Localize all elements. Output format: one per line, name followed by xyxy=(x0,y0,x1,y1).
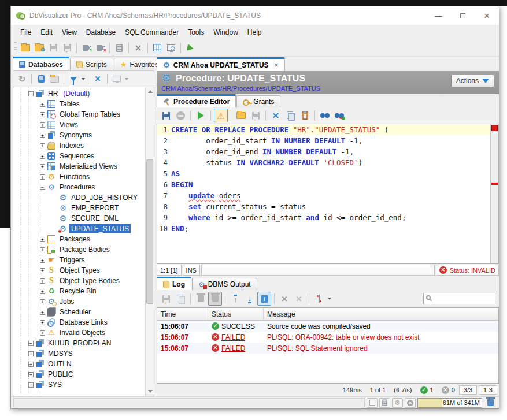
tree-item-mdsys[interactable]: +MDSYS xyxy=(13,348,145,359)
tab-log[interactable]: Log xyxy=(157,277,191,290)
cut-button[interactable] xyxy=(269,109,283,122)
tree-item-views[interactable]: +Views xyxy=(13,120,145,130)
tree-item-hr[interactable]: −HR(Default) xyxy=(13,88,145,99)
toolbar-grip[interactable] xyxy=(14,42,17,54)
filter-dropdown-arrow[interactable] xyxy=(82,78,85,80)
log-clear-on-execute-toggle[interactable] xyxy=(208,292,222,306)
log-export-button[interactable] xyxy=(159,292,173,306)
database-tree[interactable]: −HR(Default)+Tables+Global Temp Tables+V… xyxy=(13,87,154,396)
log-search-input[interactable] xyxy=(423,293,495,304)
expand-box-icon[interactable]: + xyxy=(40,299,45,304)
menu-edit[interactable]: Edit xyxy=(36,27,57,38)
menu-tools[interactable]: Tools xyxy=(183,27,209,38)
log-copy-button[interactable] xyxy=(173,292,187,306)
expand-box-icon[interactable]: + xyxy=(40,310,45,315)
tree-item-indexes[interactable]: +Indexes xyxy=(13,140,145,151)
task-gear-button[interactable]: ⚙ xyxy=(392,398,403,408)
tree-item-sys[interactable]: +SYS xyxy=(13,380,145,390)
tree-item-recycle-bin[interactable]: +♻Recycle Bin xyxy=(13,286,145,296)
create-connection-button[interactable]: + xyxy=(35,73,47,86)
paste-button[interactable] xyxy=(298,109,312,122)
tree-item-object-type-bodies[interactable]: +SObject Type Bodies xyxy=(13,276,145,286)
tab-dbms-output[interactable]: ⚙ DBMS Output xyxy=(192,278,257,290)
expand-box-icon[interactable]: + xyxy=(40,247,45,252)
tree-item-tables[interactable]: +Tables xyxy=(13,99,145,109)
open-file-button[interactable] xyxy=(18,41,32,55)
menu-sql-commander[interactable]: SQL Commander xyxy=(120,27,183,38)
menu-view[interactable]: View xyxy=(57,27,82,38)
maximize-button[interactable] xyxy=(450,6,475,25)
memory-gauge[interactable]: 61M of 341M xyxy=(417,398,482,408)
scroll-to-bottom-button[interactable]: ↓ xyxy=(243,292,257,306)
error-stripe[interactable] xyxy=(490,124,498,263)
disconnect-button[interactable]: × xyxy=(93,41,107,55)
expand-box-icon[interactable]: + xyxy=(40,122,45,128)
expand-box-icon[interactable]: + xyxy=(40,112,45,117)
monitor-button[interactable] xyxy=(164,41,178,55)
server-info-button[interactable] xyxy=(112,41,126,55)
show-info-toggle[interactable]: i xyxy=(257,292,271,306)
tool-properties-button[interactable] xyxy=(131,41,145,55)
save-button[interactable] xyxy=(46,41,60,55)
menu-window[interactable]: Window xyxy=(209,27,243,38)
filter-button[interactable] xyxy=(67,73,80,86)
tree-item-emp-report[interactable]: ⚙EMP_REPORT xyxy=(13,203,145,213)
tree-item-database-links[interactable]: +Database Links xyxy=(13,317,145,328)
expand-box-icon[interactable]: + xyxy=(40,268,45,273)
tree-item-sequences[interactable]: +Sequences xyxy=(13,151,145,161)
tree-item-add-job-history[interactable]: ⚙ADD_JOB_HISTORY xyxy=(13,192,145,203)
log-table-header[interactable]: Time Status Message xyxy=(157,308,498,321)
tree-item-invalid-objects[interactable]: +⚠Invalid Objects xyxy=(13,328,145,338)
expand-box-icon[interactable]: + xyxy=(40,289,45,294)
tree-item-functions[interactable]: +⚙Functions xyxy=(13,172,145,182)
expand-box-icon[interactable]: + xyxy=(40,330,45,336)
title-bar[interactable]: DbVisualizer Pro - CRM Ahoa/Schemas/HR/P… xyxy=(11,6,499,25)
tree-item-secure-dml[interactable]: ⚙SECURE_DML xyxy=(13,213,145,224)
tab-databases[interactable]: Databases xyxy=(13,57,69,70)
actions-button[interactable]: Actions xyxy=(451,75,494,87)
create-folder-button[interactable] xyxy=(48,73,61,86)
scroll-up-button[interactable] xyxy=(146,87,154,96)
connect-button[interactable]: + xyxy=(79,41,93,55)
expand-box-icon[interactable]: + xyxy=(40,102,45,107)
expand-box-icon[interactable]: + xyxy=(28,372,34,377)
tree-item-global-temp-tables[interactable]: +Global Temp Tables xyxy=(13,109,145,120)
stop-button[interactable] xyxy=(173,109,187,122)
expand-box-icon[interactable]: + xyxy=(40,237,45,242)
tab-procedure-editor[interactable]: Procedure Editor xyxy=(157,94,236,107)
find-button[interactable] xyxy=(318,109,332,122)
collapse-all-button[interactable]: ✕ xyxy=(91,73,104,86)
menu-help[interactable]: Help xyxy=(243,27,267,38)
expand-box-icon[interactable]: + xyxy=(28,382,34,388)
log-row[interactable]: 15:06:07✕FAILEDPL/SQL: ORA-00942: table … xyxy=(157,332,498,343)
column-message[interactable]: Message xyxy=(264,308,498,320)
gc-button[interactable] xyxy=(484,396,497,409)
menu-file[interactable]: File xyxy=(16,27,36,38)
tree-scrollbar[interactable] xyxy=(145,87,154,396)
stop-task-button[interactable]: ✕ xyxy=(405,398,416,408)
scroll-down-button[interactable] xyxy=(146,387,154,396)
expand-box-icon[interactable]: + xyxy=(40,154,45,159)
expand-box-icon[interactable]: + xyxy=(28,341,34,346)
find-replace-button[interactable] xyxy=(332,109,346,122)
tree-item-outln[interactable]: +OUTLN xyxy=(13,359,145,369)
expand-box-icon[interactable]: + xyxy=(40,258,45,263)
tree-item-public[interactable]: +PUBLIC xyxy=(13,369,145,380)
export-button[interactable] xyxy=(249,109,262,122)
error-stripe-marker[interactable] xyxy=(491,183,498,185)
tab-grants[interactable]: Grants xyxy=(236,95,280,107)
execute-button[interactable] xyxy=(194,109,208,122)
save-as-button[interactable] xyxy=(60,41,74,55)
tree-item-materialized-views[interactable]: +Materialized Views xyxy=(13,161,145,172)
tree-item-package-bodies[interactable]: +Package Bodies xyxy=(13,244,145,255)
copy-button[interactable] xyxy=(283,109,297,122)
minimize-button[interactable]: — xyxy=(426,6,450,25)
expand-box-icon[interactable]: + xyxy=(40,174,45,180)
collapse-box-icon[interactable]: − xyxy=(28,91,34,96)
tab-crm-ahoa-update-status[interactable]: ⚙ CRM Ahoa UPDATE_STATUS × xyxy=(157,57,285,71)
expand-box-icon[interactable]: + xyxy=(40,143,45,148)
tree-item-scheduler[interactable]: +Scheduler xyxy=(13,307,145,317)
tree-item-synonyms[interactable]: +Synonyms xyxy=(13,130,145,140)
object-view-dropdown-arrow[interactable] xyxy=(125,78,128,80)
compile-save-button[interactable] xyxy=(159,109,173,122)
